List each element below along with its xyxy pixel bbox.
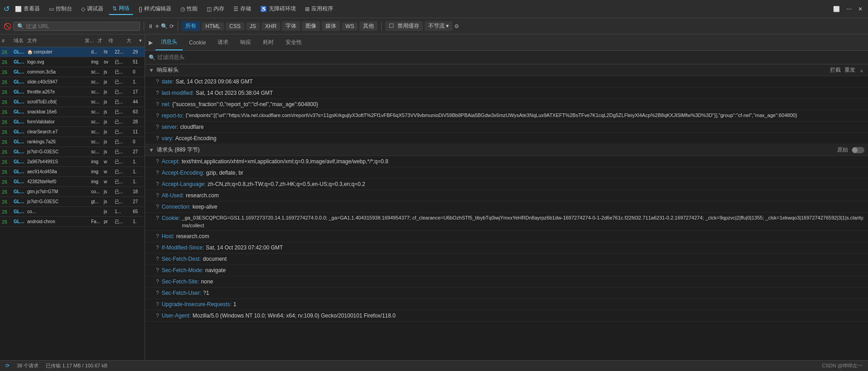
filter-image[interactable]: 图像 xyxy=(302,21,320,31)
header-entry-sec-fetch-user: ? Sec-Fetch-User: ?1 xyxy=(145,288,868,299)
tab-cookie[interactable]: Cookie xyxy=(184,34,211,50)
header-filter-row: 🔍 过滤消息头 xyxy=(145,51,868,64)
debugger-icon: ◇ xyxy=(81,6,85,12)
gear-icon[interactable]: ⚙ xyxy=(454,23,459,29)
col-header-sent: 才 xyxy=(97,37,107,44)
pause-icon[interactable]: ⏸ xyxy=(148,23,153,29)
status-bar: ⟳ 38 个请求 已传输 1.17 MB / 100.67 kB CSDN @哗… xyxy=(0,360,868,371)
table-row[interactable]: 26 GL s.r... logo.svg img sv 已... 51 xyxy=(0,57,145,67)
inspector-btn[interactable]: ⬜ 查看器 xyxy=(11,3,44,15)
search-icon[interactable]: 🔍 xyxy=(161,23,168,29)
help-icon[interactable]: ? xyxy=(156,312,159,320)
intercept-btn[interactable]: 拦截 xyxy=(830,66,841,74)
tab-message-head[interactable]: 消息头 xyxy=(155,34,183,50)
table-row[interactable]: 26 GL s... snackbar.16e6 sc... js 已... 6… xyxy=(0,107,145,117)
help-icon[interactable]: ? xyxy=(156,232,159,240)
table-row[interactable]: 26 GL s... slide.c40c5947 sc... js 已... … xyxy=(0,77,145,87)
tab-response[interactable]: 响应 xyxy=(235,34,257,50)
more-icon[interactable]: ⋯ xyxy=(844,5,853,13)
memory-btn[interactable]: ◫ 内存 xyxy=(203,3,228,15)
help-icon[interactable]: ? xyxy=(156,112,159,120)
filter-font[interactable]: 字体 xyxy=(282,21,300,31)
header-entry-cookie: ? Cookie: _ga_03ESCQPCRG=GS1.1.169727372… xyxy=(145,213,868,231)
dock-icon[interactable]: ⬜ xyxy=(831,5,842,13)
response-headers-section[interactable]: ▼ 响应标头 拦截 重发 ▲ xyxy=(145,64,868,76)
table-row[interactable]: 26 GL s... clearSearch.e7 sc... js 已... … xyxy=(0,127,145,137)
filter-js[interactable]: JS xyxy=(246,22,260,30)
help-icon[interactable]: ? xyxy=(156,203,159,211)
table-row[interactable]: 26 GL s... throttle.a267e sc... js 已... … xyxy=(0,87,145,97)
storage-btn[interactable]: ☰ 存储 xyxy=(230,3,255,15)
help-icon[interactable]: ? xyxy=(156,255,159,263)
toolbar-divider3 xyxy=(381,22,382,31)
headers-content: ▼ 响应标头 拦截 重发 ▲ ? date: Sat, 14 Oct 2023 … xyxy=(145,64,868,360)
table-row[interactable]: 26 GL s... common.3c5a sc... js 已... 0 xyxy=(0,67,145,77)
request-headers-section[interactable]: ▼ 请求头 (889 字节) 原始 xyxy=(145,144,868,156)
throttle-select[interactable]: 不节流 ▾ xyxy=(425,21,452,31)
filter-ws[interactable]: WS xyxy=(342,22,358,30)
filter-xhr[interactable]: XHR xyxy=(262,22,280,30)
reload-icon[interactable]: ⟳ xyxy=(170,23,174,29)
table-row[interactable]: 26 GL 🔒 ☑ ffq347geb3 co... js 1... 65 xyxy=(0,207,145,217)
table-row[interactable]: 26 GL s... js?id=G-03ESC gt... js 已... 2… xyxy=(0,197,145,207)
filter-url-input[interactable] xyxy=(26,23,136,29)
collapse-icon: ▼ xyxy=(149,67,154,73)
table-row[interactable]: 26 GL 🔒 ... 🏠computer d... ht 22... 29 xyxy=(0,47,145,57)
help-icon[interactable]: ? xyxy=(156,157,159,166)
help-icon[interactable]: ? xyxy=(156,78,159,86)
filter-css[interactable]: CSS xyxy=(226,22,244,30)
help-icon[interactable]: ? xyxy=(156,134,159,142)
tab-timing[interactable]: 耗时 xyxy=(257,34,279,50)
refresh-icon[interactable]: ↺ xyxy=(4,5,10,13)
help-icon[interactable]: ? xyxy=(156,214,159,222)
network-list: 26 GL 🔒 ... 🏠computer d... ht 22... 29 2… xyxy=(0,47,145,360)
close-icon[interactable]: ✕ xyxy=(856,5,864,13)
help-icon[interactable]: ? xyxy=(156,278,159,286)
help-icon[interactable]: ? xyxy=(156,180,159,188)
header-entry-accept-language: ? Accept-Language: zh-CN,zh;q=0.8,zh-TW;… xyxy=(145,179,868,190)
header-entry-last-modified: ? last-modified: Sat, 14 Oct 2023 05:38:… xyxy=(145,88,868,99)
help-icon[interactable]: ? xyxy=(156,89,159,97)
style-editor-btn[interactable]: {} 样式编辑器 xyxy=(135,3,175,15)
disable-cache-checkbox[interactable]: ☐ 禁用缓存 xyxy=(385,21,422,31)
filter-all[interactable]: 所有 xyxy=(182,21,200,31)
help-icon[interactable]: ? xyxy=(156,123,159,131)
resend-btn[interactable]: 重发 xyxy=(844,66,855,74)
collapse-icon: ▼ xyxy=(149,147,154,153)
debugger-btn[interactable]: ◇ 调试器 xyxy=(78,3,107,15)
play-icon: ▶ xyxy=(149,39,153,46)
help-icon[interactable]: ? xyxy=(156,244,159,252)
filter-media[interactable]: 媒体 xyxy=(322,21,340,31)
raw-toggle[interactable] xyxy=(852,147,864,153)
table-row[interactable]: 26 GL s... js?id=G-03ESC sc... js 已... 2… xyxy=(0,147,145,157)
table-row[interactable]: 26 GL s... scrollToEl.c8d( sc... js 已...… xyxy=(0,97,145,107)
table-row[interactable]: 26 GL s... gtm.js?id=GTM co... js 已... 1… xyxy=(0,187,145,197)
help-icon[interactable]: ? xyxy=(156,100,159,108)
table-row[interactable]: 26 GL s... 2a967b44991S img w 已... 1. xyxy=(0,157,145,167)
table-row[interactable]: 26 GL s... 42382fdef4ef0 img w 已... 1. xyxy=(0,177,145,187)
table-row[interactable]: 26 GL s... rankings.7a26 sc... js 已... 0 xyxy=(0,137,145,147)
console-btn[interactable]: ▭ 控制台 xyxy=(45,3,76,15)
help-icon[interactable]: ? xyxy=(156,169,159,177)
network-btn[interactable]: ⇅ 网络 xyxy=(109,3,133,15)
help-icon[interactable]: ? xyxy=(156,191,159,200)
help-icon[interactable]: ? xyxy=(156,266,159,274)
tab-request[interactable]: 请求 xyxy=(212,34,234,50)
table-row[interactable]: 26 GL s.r... aec914cd458a img w 已... 1. xyxy=(0,167,145,177)
col-header-domain: 域名 xyxy=(13,37,26,44)
clear-icon[interactable]: 🚫 xyxy=(4,23,11,30)
filter-html[interactable]: HTML xyxy=(202,22,224,30)
performance-btn[interactable]: ◷ 性能 xyxy=(177,3,201,15)
apps-btn[interactable]: ⊞ 应用程序 xyxy=(301,3,337,15)
col-header-sort[interactable]: ▾ xyxy=(138,38,145,44)
table-row[interactable]: 26 GL s... android-chron Fa... pr 已... 1… xyxy=(0,217,145,227)
header-entry-vary: ? vary: Accept-Encoding xyxy=(145,133,868,144)
help-icon[interactable]: ? xyxy=(156,300,159,308)
table-row[interactable]: 26 GL s... formValidatior sc... js 已... … xyxy=(0,117,145,127)
filter-other[interactable]: 其他 xyxy=(359,21,378,31)
accessibility-btn[interactable]: ♿ 无障碍环境 xyxy=(257,3,300,15)
add-icon[interactable]: + xyxy=(155,22,159,30)
right-panel: ▶ 消息头 Cookie 请求 响应 耗时 安全性 🔍 过滤消息头 ▼ 响应标头 xyxy=(145,34,868,360)
tab-security[interactable]: 安全性 xyxy=(280,34,307,50)
help-icon[interactable]: ? xyxy=(156,289,159,297)
